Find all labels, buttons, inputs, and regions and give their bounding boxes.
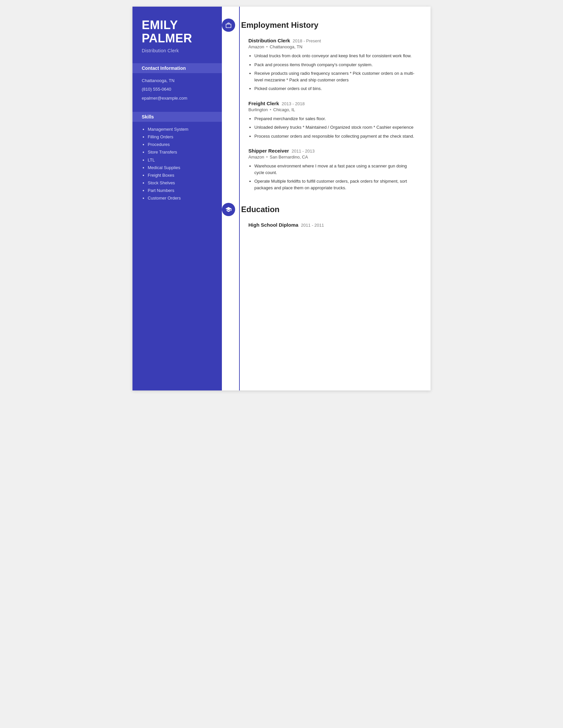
dot-separator: • [266,155,268,159]
contact-section: Contact Information Chattanooga, TN (810… [142,63,212,104]
briefcase-icon [225,22,232,28]
contact-section-header: Contact Information [132,63,222,73]
job-dates: 2013 - 2018 [282,101,305,106]
skill-item: Procedures [148,142,212,148]
education-header-row: Education [222,203,417,216]
job-bullet-item: Operate Multiple forklifts to fulfill cu… [254,178,417,191]
job-block: Distribution Clerk2018 - PresentAmazon•C… [248,38,417,92]
job-bullets: Warehouse environment where I move at a … [248,163,417,191]
job-company: Amazon [248,155,264,159]
job-company-row: Amazon•San Bernardino, CA [248,155,417,159]
dot-separator: • [270,107,271,112]
job-company: Burlington [248,107,268,112]
contact-email: epalmer@example.com [142,95,212,101]
job-bullet-item: Unloaded delivery trucks * Maintained / … [254,124,417,131]
skill-item: Stock Shelves [148,180,212,186]
skills-list: Management SystemFilling OrdersProcedure… [142,126,212,202]
timeline-line [239,7,240,390]
skill-item: Filling Orders [148,134,212,140]
sidebar: EMILY PALMER Distribution Clerk Contact … [132,7,222,390]
job-title: Distribution Clerk [248,38,290,43]
job-title: Shipper Receiver [248,148,289,154]
job-bullet-item: Prepared merchandize for sales floor. [254,115,417,122]
candidate-name: EMILY PALMER [142,19,212,45]
skill-item: Management System [148,126,212,132]
job-company-row: Burlington•Chicago, IL [248,107,417,112]
skills-section-header: Skills [132,112,222,122]
skill-item: Part Numbers [148,188,212,194]
job-bullet-item: Unload trucks from dock onto conveyor an… [254,53,417,59]
edu-container: High School Diploma2011 - 2011 [248,222,417,228]
education-section-title: Education [241,205,279,214]
graduation-icon [225,206,232,213]
job-bullets: Prepared merchandize for sales floor.Unl… [248,115,417,140]
job-location: Chattanooga, TN [269,44,303,49]
job-bullet-item: Pack and process items through company's… [254,62,417,68]
employment-header-row: Employment History [222,19,417,32]
contact-city: Chattanooga, TN [142,78,212,84]
skill-item: Freight Boxes [148,172,212,178]
employment-section: Employment History Distribution Clerk201… [248,19,417,191]
skill-item: Customer Orders [148,195,212,201]
job-block: Shipper Receiver2011 - 2013Amazon•San Be… [248,148,417,191]
education-icon-circle [222,203,235,216]
skill-item: Store Transfers [148,149,212,155]
skills-section: Skills Management SystemFilling OrdersPr… [142,112,212,203]
job-bullet-item: Process customer orders and responsible … [254,133,417,140]
job-title-row: Distribution Clerk2018 - Present [248,38,417,43]
sidebar-name-title: EMILY PALMER Distribution Clerk [142,19,212,53]
job-block: Freight Clerk2013 - 2018Burlington•Chica… [248,101,417,140]
job-dates: 2011 - 2013 [292,149,315,154]
edu-dates: 2011 - 2011 [301,223,324,228]
resume-container: EMILY PALMER Distribution Clerk Contact … [132,7,431,390]
skill-item: LTL [148,157,212,163]
edu-title-row: High School Diploma2011 - 2011 [248,222,417,228]
skill-item: Medical Supplies [148,165,212,171]
edu-degree: High School Diploma [248,222,299,228]
candidate-job-title: Distribution Clerk [142,48,212,53]
contact-phone: (810) 555-0640 [142,86,212,92]
job-dates: 2018 - Present [293,38,321,43]
job-title-row: Freight Clerk2013 - 2018 [248,101,417,106]
employment-section-title: Employment History [241,21,318,30]
name-line1: EMILY [142,18,178,32]
education-section: Education High School Diploma2011 - 2011 [248,203,417,228]
edu-block: High School Diploma2011 - 2011 [248,222,417,228]
job-title: Freight Clerk [248,101,279,106]
name-line2: PALMER [142,31,192,45]
job-company: Amazon [248,44,264,49]
job-bullet-item: Receive products using radio frequency s… [254,70,417,83]
job-bullet-item: Warehouse environment where I move at a … [254,163,417,176]
job-bullets: Unload trucks from dock onto conveyor an… [248,53,417,92]
dot-separator: • [266,44,268,49]
job-location: San Bernardino, CA [269,155,308,159]
job-title-row: Shipper Receiver2011 - 2013 [248,148,417,154]
jobs-container: Distribution Clerk2018 - PresentAmazon•C… [248,38,417,191]
job-location: Chicago, IL [273,107,295,112]
main-content: Employment History Distribution Clerk201… [222,7,431,390]
job-company-row: Amazon•Chattanooga, TN [248,44,417,49]
job-bullet-item: Picked customer orders out of bins. [254,85,417,92]
employment-icon-circle [222,19,235,32]
